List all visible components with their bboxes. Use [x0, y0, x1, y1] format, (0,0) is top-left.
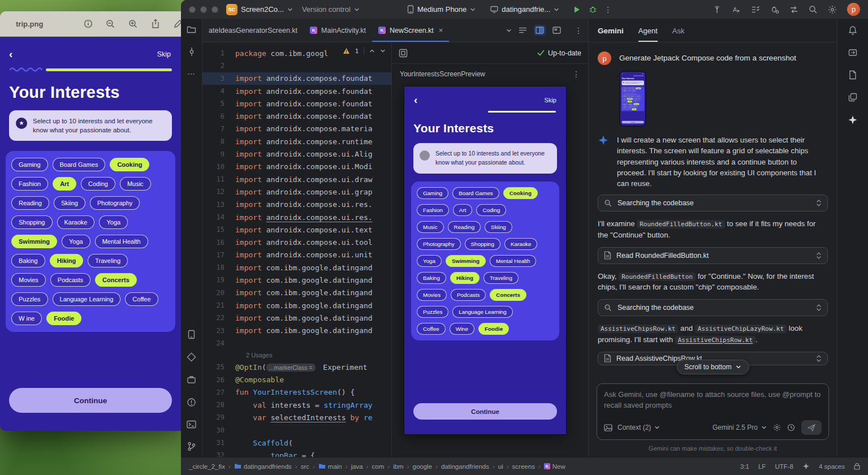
resource-manager-icon[interactable] [187, 352, 196, 362]
layers-icon[interactable] [848, 93, 857, 102]
code-editor[interactable]: 1 1package com.ibm.googl23import android… [202, 42, 391, 457]
tab-mainactivity[interactable]: K MainActivity.kt [304, 19, 372, 42]
image-preview-window: trip.png ‹SkipYour Interests★Select up t… [0, 11, 181, 431]
chip-baking: Baking [11, 254, 45, 267]
preview-build-icon[interactable] [399, 49, 408, 58]
tab-newscreen[interactable]: K NewScreen.kt × [372, 19, 449, 42]
gemini-input[interactable]: Ask Gemini, use @filename to attach sour… [597, 383, 829, 440]
split-view-icon[interactable] [534, 25, 546, 36]
more-actions-icon[interactable]: ⋮ [604, 5, 612, 14]
run-configuration-selector[interactable]: datingandfrie... [490, 5, 559, 14]
info-icon[interactable] [84, 19, 93, 28]
design-view-icon[interactable] [552, 27, 561, 34]
attachment-thumbnail[interactable]: ‹SkipYour Interests★Select up to 10 inte… [619, 71, 646, 127]
gemini-spark-icon[interactable] [848, 115, 858, 125]
project-widget[interactable]: SC Screen2Co... [226, 4, 293, 15]
zoom-in-icon[interactable] [128, 19, 138, 29]
chip-movies: Movies [622, 103, 627, 105]
device-mirror-icon[interactable] [789, 5, 798, 14]
close-tab-icon[interactable]: × [439, 26, 443, 34]
chevron-down-icon [654, 425, 660, 430]
next-problem-icon[interactable] [380, 48, 386, 54]
tool-call-search[interactable]: Searching the codebase [598, 299, 828, 316]
inspections-widget[interactable]: 1 [343, 47, 386, 55]
edit-icon[interactable] [173, 19, 181, 29]
share-icon[interactable] [151, 19, 160, 29]
breadcrumb-datingandfriends[interactable]: datingandfriends [234, 463, 292, 470]
app-insights-icon[interactable] [770, 5, 779, 14]
readonly-lock-icon[interactable] [854, 463, 860, 470]
debug-button[interactable] [589, 5, 597, 14]
model-selector[interactable]: Gemini 2.5 Pro [712, 424, 767, 431]
device-selector[interactable]: Medium Phone [407, 5, 476, 14]
breadcrumb-ibm[interactable]: ibm [393, 463, 404, 470]
vcs-label: Version control [302, 5, 351, 14]
build-icon[interactable] [187, 375, 196, 385]
tool-call-read-file[interactable]: Read RoundedFilledButton.kt [598, 247, 828, 264]
tab-agent[interactable]: Agent [638, 27, 658, 42]
prev-problem-icon[interactable] [369, 48, 375, 54]
close-window-icon[interactable] [189, 6, 196, 13]
git-branch-icon[interactable] [187, 442, 196, 451]
commit-tool-icon[interactable] [187, 47, 196, 57]
chip-skiing: Skiing [54, 196, 85, 210]
run-button[interactable] [573, 6, 581, 14]
editor-options-icon[interactable]: ⋮ [575, 26, 582, 35]
breadcrumb-com[interactable]: com [372, 463, 385, 470]
breadcrumb-datingandfriends[interactable]: datingandfriends [441, 463, 489, 470]
tool-call-search[interactable]: Searching the codebase [598, 195, 828, 211]
code-line: 2 [202, 59, 391, 72]
breadcrumb-new[interactable]: KNew [544, 463, 565, 470]
gemini-settings-icon[interactable] [773, 424, 781, 431]
scroll-to-bottom-button[interactable]: Scroll to bottom [676, 360, 749, 374]
breadcrumb-main[interactable]: main [318, 463, 342, 470]
indent-setting[interactable]: 4 spaces [819, 463, 845, 470]
tab-ask[interactable]: Ask [672, 27, 685, 42]
minimize-window-icon[interactable] [200, 6, 207, 13]
line-ending[interactable]: LF [758, 463, 766, 470]
problems-icon[interactable] [187, 398, 196, 407]
gemini-status-icon[interactable] [802, 463, 810, 470]
breadcrumb-google[interactable]: google [413, 463, 433, 470]
maximize-window-icon[interactable] [211, 6, 218, 13]
file-encoding[interactable]: UTF-8 [775, 463, 793, 470]
history-icon[interactable] [787, 424, 795, 431]
breadcrumb-ui[interactable]: ui [498, 463, 503, 470]
more-tool-windows-icon[interactable]: ⋯ [188, 70, 196, 78]
chat-scroll-area[interactable]: pGenerate Jetpack Compose code from a sc… [589, 42, 837, 379]
caret-position[interactable]: 3:1 [740, 463, 749, 470]
vcs-widget[interactable]: Version control [302, 5, 360, 14]
breadcrumb-src[interactable]: src [301, 463, 309, 470]
breadcrumb-java[interactable]: java [351, 463, 363, 470]
preview-name[interactable]: YourInterestsScreenPreview [400, 70, 485, 78]
notifications-bell-icon[interactable] [848, 25, 857, 35]
logcat-icon[interactable] [751, 5, 760, 14]
context-selector[interactable]: Context (2) [617, 424, 660, 431]
project-tool-icon[interactable] [187, 25, 196, 34]
preview-options-icon[interactable]: ⋮ [572, 70, 580, 79]
tab-list-chevron-icon[interactable] [506, 28, 512, 33]
gemini-title: Gemini [598, 27, 624, 42]
send-button[interactable] [801, 420, 822, 435]
profiler-icon[interactable] [712, 5, 722, 14]
window-controls[interactable] [189, 6, 218, 13]
search-icon[interactable] [809, 5, 818, 14]
chip-board-games: Board Games [452, 187, 499, 199]
layout-inspector-icon[interactable]: A [732, 5, 741, 14]
gemini-header: Gemini Agent Ask [589, 19, 837, 42]
breadcrumb--circle-2-fix[interactable]: _circle_2_fix [189, 463, 225, 470]
breadcrumb-screens[interactable]: screens [512, 463, 535, 470]
tab-dateideasgeneratorscreen[interactable]: ateIdeasGeneratorScreen.kt [202, 19, 304, 42]
attach-image-icon[interactable] [604, 424, 612, 431]
running-devices-icon[interactable] [188, 330, 195, 339]
code-view-icon[interactable] [519, 27, 527, 34]
code-line: 31 Scaffold( [202, 437, 391, 449]
settings-gear-icon[interactable] [828, 5, 837, 14]
zoom-out-icon[interactable] [106, 19, 115, 29]
usages-hint[interactable]: 2 Usages [202, 349, 391, 361]
code-line: 21import com.ibm.google.datingand [202, 299, 391, 312]
device-file-explorer-icon[interactable] [849, 70, 857, 80]
terminal-icon[interactable] [187, 420, 196, 429]
user-avatar[interactable]: p [847, 3, 860, 16]
device-mirroring-icon[interactable] [848, 48, 857, 57]
